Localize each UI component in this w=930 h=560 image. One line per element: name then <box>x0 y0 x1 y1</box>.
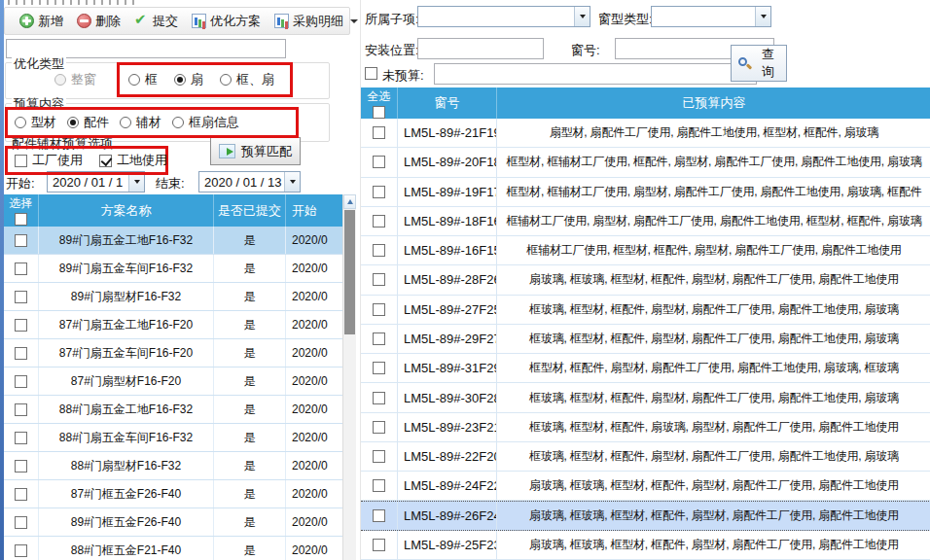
scheme-row[interactable]: 87#门扇型材F16-F20是2020/0 <box>4 368 342 396</box>
radio-icon[interactable] <box>67 117 79 128</box>
row-checkbox[interactable] <box>15 544 27 557</box>
header-scheme-name[interactable]: 方案名称 <box>39 194 214 227</box>
row-checkbox[interactable] <box>15 460 27 472</box>
toolbar-button-add[interactable]: 新增 <box>13 8 70 34</box>
window-row[interactable]: LM5L-89#-20F18框型材, 框辅材工厂使用, 框配件, 扇型材, 扇配… <box>361 148 930 177</box>
window-row[interactable]: LM5L-89#-31F29框型材, 框配件, 扇型材, 扇配件工厂使用, 扇配… <box>361 354 930 383</box>
window-row[interactable]: LM5L-89#-30F28框玻璃, 框型材, 框配件, 扇型材, 扇配件工厂使… <box>361 383 930 412</box>
window-row[interactable]: LM5L-89#-16F15框辅材工厂使用, 框型材, 框配件, 扇型材, 扇配… <box>361 236 930 265</box>
row-checkbox[interactable] <box>373 244 385 257</box>
radio-option-auxiliary[interactable]: 辅材 <box>120 114 161 131</box>
window-row[interactable]: LM5L-89#-21F19扇型材, 扇配件工厂使用, 扇配件工地使用, 框型材… <box>361 119 930 148</box>
scheme-row[interactable]: 89#门扇型材F16-F32是2020/0 <box>4 283 342 311</box>
start-date-dropdown-button[interactable] <box>128 172 144 192</box>
radio-option-profile[interactable]: 型材 <box>15 114 56 131</box>
radio-option-frame[interactable]: 框 <box>128 71 158 88</box>
row-checkbox[interactable] <box>15 488 27 501</box>
budget-match-button[interactable]: 预算匹配 <box>210 137 301 165</box>
radio-icon[interactable] <box>128 74 140 86</box>
row-checkbox[interactable] <box>15 347 27 360</box>
radio-icon[interactable] <box>120 117 131 128</box>
row-checkbox[interactable] <box>373 215 385 228</box>
radio-icon[interactable] <box>54 74 66 86</box>
radio-option-sash[interactable]: 扇 <box>174 71 203 88</box>
window-row[interactable]: LM5L-89#-23F21框玻璃, 框型材, 框配件, 扇玻璃, 扇型材, 扇… <box>361 413 930 442</box>
row-checkbox[interactable] <box>373 421 385 434</box>
row-checkbox[interactable] <box>373 126 385 139</box>
row-checkbox[interactable] <box>15 403 27 416</box>
row-checkbox[interactable] <box>373 186 385 198</box>
radio-option-whole-window[interactable]: 整窗 <box>54 71 96 88</box>
row-checkbox[interactable] <box>373 156 385 168</box>
scroll-thumb[interactable] <box>344 210 355 334</box>
window-row[interactable]: LM5L-89#-25F23扇玻璃, 框玻璃, 框型材, 框配件, 扇型材, 扇… <box>361 531 930 560</box>
header-submitted[interactable]: 是否已提交 <box>214 194 286 227</box>
radio-option-accessory[interactable]: 配件 <box>67 114 109 131</box>
radio-icon[interactable] <box>172 117 184 128</box>
query-button[interactable]: 查询 <box>731 45 787 82</box>
row-checkbox[interactable] <box>373 332 385 345</box>
window-row[interactable]: LM5L-89#-28F26扇玻璃, 框玻璃, 框型材, 框配件, 扇型材, 扇… <box>361 265 930 295</box>
scheme-row[interactable]: 88#门扇型材F16-F32是2020/0 <box>4 452 342 480</box>
toolbar-button-delete[interactable]: 删除 <box>70 8 127 34</box>
window-row[interactable]: LM5L-89#-29F27框玻璃, 框型材, 框配件, 扇型材, 扇配件工厂使… <box>361 325 930 354</box>
row-checkbox[interactable] <box>15 291 27 303</box>
radio-option-frame-sash-info[interactable]: 框扇信息 <box>172 114 239 131</box>
scheme-table-scrollbar[interactable] <box>342 194 356 560</box>
toolbar-button-purchase-detail[interactable]: 采购明细 <box>268 8 365 34</box>
row-checkbox[interactable] <box>15 262 27 275</box>
scheme-row[interactable]: 87#门扇五金车间F16-F20是2020/0 <box>4 339 342 368</box>
checkbox-option-site-use[interactable]: 工地使用 <box>99 152 167 169</box>
row-checkbox[interactable] <box>15 319 27 332</box>
no-budget-checkbox[interactable] <box>365 67 377 80</box>
window-row[interactable]: LM5L-89#-26F24扇玻璃, 框玻璃, 框型材, 框配件, 扇型材, 扇… <box>361 501 930 530</box>
row-checkbox[interactable] <box>373 392 385 404</box>
scheme-row[interactable]: 88#门扇五金工地F16-F32是2020/0 <box>4 396 342 424</box>
sub-item-select[interactable] <box>417 6 590 27</box>
window-row[interactable]: LM5L-89#-22F20框玻璃, 框型材, 框配件, 扇型材, 扇配件工厂使… <box>361 442 930 472</box>
scheme-row[interactable]: 89#门扇五金车间F16-F32是2020/0 <box>4 255 342 283</box>
window-row[interactable]: LM5L-89#-27F25框玻璃, 框型材, 框配件, 扇型材, 扇配件工厂使… <box>361 296 930 325</box>
window-row[interactable]: LM5L-89#-19F17框型材, 框辅材工厂使用, 扇型材, 扇配件工厂使用… <box>361 178 930 207</box>
checkbox-icon[interactable] <box>15 155 27 167</box>
no-budget-input[interactable] <box>434 63 757 85</box>
scheme-row[interactable]: 89#门扇五金工地F16-F32是2020/0 <box>4 227 342 255</box>
row-checkbox[interactable] <box>373 273 385 286</box>
row-checkbox[interactable] <box>373 509 385 522</box>
scroll-up-button[interactable] <box>343 194 356 209</box>
radio-icon[interactable] <box>220 74 232 86</box>
checkbox-icon[interactable] <box>99 155 112 167</box>
radio-icon[interactable] <box>174 74 186 86</box>
row-checkbox[interactable] <box>373 450 385 463</box>
dropdown-caret-icon[interactable] <box>350 19 358 23</box>
row-checkbox[interactable] <box>15 234 27 247</box>
checkbox-option-factory-use[interactable]: 工厂使用 <box>15 152 83 169</box>
install-position-input[interactable] <box>417 38 544 59</box>
window-type-dropdown-button[interactable] <box>755 7 770 26</box>
end-date-picker[interactable]: 2020 / 01 / 13 <box>198 171 301 192</box>
row-checkbox[interactable] <box>15 432 27 444</box>
toolbar-button-submit[interactable]: 提交 <box>127 8 185 34</box>
select-all-checkbox[interactable] <box>15 213 27 226</box>
window-type-select[interactable] <box>651 6 771 27</box>
radio-option-frame-sash[interactable]: 框、扇 <box>220 71 274 88</box>
window-row[interactable]: LM5L-89#-24F22扇玻璃, 框玻璃, 框型材, 框配件, 扇型材, 扇… <box>361 472 930 501</box>
scheme-row[interactable]: 88#门框五金F21-F40是2020/0 <box>4 537 342 560</box>
scheme-row[interactable]: 89#门框五金F26-F40是2020/0 <box>4 508 342 537</box>
radio-icon[interactable] <box>15 117 26 128</box>
sub-item-dropdown-button[interactable] <box>574 7 590 26</box>
window-row[interactable]: LM5L-89#-18F16框辅材工厂使用, 扇型材, 扇配件工厂使用, 扇配件… <box>361 207 930 236</box>
row-checkbox[interactable] <box>373 479 385 492</box>
scheme-row[interactable]: 87#门框五金F26-F40是2020/0 <box>4 480 342 508</box>
end-date-dropdown-button[interactable] <box>284 172 300 192</box>
header-start-date[interactable]: 开始 <box>286 194 342 227</box>
row-checkbox[interactable] <box>373 303 385 316</box>
toolbar-button-optimize-plan[interactable]: 优化方案 <box>185 8 268 34</box>
row-checkbox[interactable] <box>373 362 385 374</box>
header-budgeted-content[interactable]: 已预算内容 <box>497 88 930 119</box>
header-window-no[interactable]: 窗号 <box>398 88 497 119</box>
row-checkbox[interactable] <box>373 539 385 551</box>
scheme-row[interactable]: 88#门扇五金车间F16-F32是2020/0 <box>4 424 342 452</box>
scheme-row[interactable]: 87#门扇五金工地F16-F20是2020/0 <box>4 311 342 339</box>
select-all-checkbox[interactable] <box>373 106 385 119</box>
